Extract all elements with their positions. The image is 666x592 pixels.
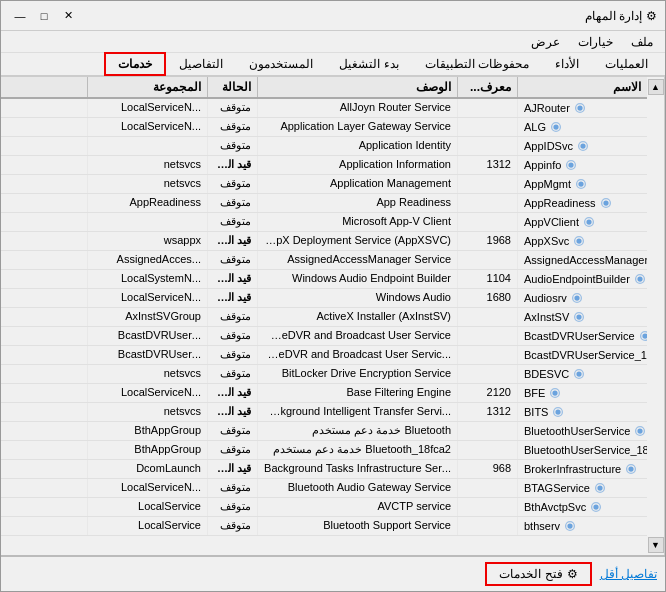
table-row[interactable]: AppIDSvcApplication Identityمتوقف (1, 137, 647, 156)
col-pid[interactable]: معرف... (457, 77, 517, 97)
service-name: AppReadiness (517, 194, 647, 212)
table-row[interactable]: BcastDVRUserServiceGameDVR and Broadcast… (1, 327, 647, 346)
service-group: BthAppGroup (87, 441, 207, 459)
service-status: متوقف (207, 137, 257, 155)
service-status: متوقف (207, 308, 257, 326)
service-status: متوقف (207, 251, 257, 269)
service-status: قيد التشغيل (207, 384, 257, 402)
service-description: AppX Deployment Service (AppXSVC) (257, 232, 457, 250)
tab-users[interactable]: المستخدمون (236, 53, 326, 75)
service-description: Windows Audio (257, 289, 457, 307)
scroll-down-btn[interactable]: ▼ (648, 537, 664, 553)
service-pid (457, 479, 517, 497)
window-icon: ⚙ (646, 9, 657, 23)
table-row[interactable]: AppXSvc1968AppX Deployment Service (AppX… (1, 232, 647, 251)
table-row[interactable]: Audiosrv1680Windows Audioقيد التشغيل...L… (1, 289, 647, 308)
service-description: AllJoyn Router Service (257, 99, 457, 117)
table-row[interactable]: ALGApplication Layer Gateway Serviceمتوق… (1, 118, 647, 137)
open-services-button[interactable]: ⚙ فتح الخدمات (485, 562, 591, 586)
svg-point-12 (586, 219, 591, 224)
service-pid (457, 346, 517, 364)
services-table: الاسم معرف... الوصف الحالة المجموعة AJRo… (1, 77, 647, 555)
minimize-button[interactable]: — (9, 6, 31, 26)
col-group[interactable]: المجموعة (87, 77, 207, 97)
menu-options[interactable]: خيارات (570, 33, 621, 51)
maximize-button[interactable]: □ (33, 6, 55, 26)
table-row[interactable]: AppVClientMicrosoft App-V Clientمتوقف (1, 213, 647, 232)
menu-file[interactable]: ملف (623, 33, 661, 51)
service-group: ...LocalServiceN (87, 384, 207, 402)
table-row[interactable]: AJRouterAllJoyn Router Serviceمتوقف...Lo… (1, 99, 647, 118)
table-row[interactable]: BluetoothUserServiceBluetooth خدمة دعم م… (1, 422, 647, 441)
close-button[interactable]: ✕ (57, 6, 79, 26)
svg-point-44 (567, 523, 572, 528)
table-row[interactable]: AudioEndpointBuilder1104Windows Audio En… (1, 270, 647, 289)
svg-point-32 (556, 409, 561, 414)
col-status[interactable]: الحالة (207, 77, 257, 97)
table-row[interactable]: BTAGServiceBluetooth Audio Gateway Servi… (1, 479, 647, 498)
service-name: AppMgmt (517, 175, 647, 193)
service-group (87, 137, 207, 155)
table-row[interactable]: AxInstSVActiveX Installer (AxInstSV)متوق… (1, 308, 647, 327)
table-row[interactable]: AssignedAccessManagerSvcAssignedAccessMa… (1, 251, 647, 270)
service-group: LocalService (87, 517, 207, 535)
service-status: قيد التشغيل (207, 460, 257, 478)
table-row[interactable]: BluetoothUserService_18fca2Bluetooth_18f… (1, 441, 647, 460)
col-description[interactable]: الوصف (257, 77, 457, 97)
col-name[interactable]: الاسم (517, 77, 647, 97)
svg-point-28 (577, 371, 582, 376)
table-row[interactable]: AppReadinessApp ReadinessمتوقفAppReadine… (1, 194, 647, 213)
svg-point-34 (638, 428, 643, 433)
service-pid (457, 327, 517, 345)
table-row[interactable]: BrokerInfrastructure968...Background Tas… (1, 460, 647, 479)
service-group: ...BcastDVRUser (87, 346, 207, 364)
main-content: ▲ ▼ الاسم معرف... الوصف الحالة المجموعة … (1, 77, 665, 555)
service-name: Audiosrv (517, 289, 647, 307)
details-less-link[interactable]: تفاصيل أقل (600, 567, 657, 581)
service-pid (457, 517, 517, 535)
service-name: BcastDVRUserService_18fca2 (517, 346, 647, 364)
tab-details[interactable]: التفاصيل (166, 53, 236, 75)
table-row[interactable]: BITS1312...Background Intelligent Transf… (1, 403, 647, 422)
svg-point-4 (580, 143, 585, 148)
table-row[interactable]: BcastDVRUserService_18fca2...GameDVR and… (1, 346, 647, 365)
svg-point-42 (594, 504, 599, 509)
table-row[interactable]: bthservBluetooth Support ServiceمتوقفLoc… (1, 517, 647, 536)
tab-performance[interactable]: الأداء (542, 53, 592, 75)
tab-app-history[interactable]: محفوظات التطبيقات (412, 53, 542, 75)
service-name: BluetoothUserService (517, 422, 647, 440)
table-row[interactable]: BDESVCBitLocker Drive Encryption Service… (1, 365, 647, 384)
service-pid (457, 441, 517, 459)
svg-point-6 (569, 162, 574, 167)
scroll-up-btn[interactable]: ▲ (648, 79, 664, 95)
service-pid: 1312 (457, 156, 517, 174)
service-name: AppXSvc (517, 232, 647, 250)
menu-view[interactable]: عرض (523, 33, 568, 51)
service-description: AVCTP service (257, 498, 457, 516)
table-row[interactable]: Appinfo1312Application Informationقيد ال… (1, 156, 647, 175)
tab-processes[interactable]: العمليات (592, 53, 661, 75)
table-row[interactable]: AppMgmtApplication Managementمتوقفnetsvc… (1, 175, 647, 194)
service-status: متوقف (207, 498, 257, 516)
task-manager-window: ⚙ إدارة المهام — □ ✕ ملف خيارات عرض العم… (0, 0, 666, 592)
service-group: ...LocalSystemN (87, 270, 207, 288)
service-pid (457, 365, 517, 383)
service-name: BthAvctpSvc (517, 498, 647, 516)
service-name: BTAGService (517, 479, 647, 497)
service-status: قيد التشغيل (207, 289, 257, 307)
service-name: AssignedAccessManagerSvc (517, 251, 647, 269)
table-row[interactable]: BFE2120Base Filtering Engineقيد التشغيل.… (1, 384, 647, 403)
service-name: Appinfo (517, 156, 647, 174)
table-row[interactable]: BthAvctpSvcAVCTP serviceمتوقفLocalServic… (1, 498, 647, 517)
row-scroll: ▲ ▼ (647, 77, 665, 555)
service-name: AxInstSV (517, 308, 647, 326)
tab-services[interactable]: خدمات (104, 52, 166, 76)
tab-startup[interactable]: بدء التشغيل (326, 53, 411, 75)
service-group: BthAppGroup (87, 422, 207, 440)
service-group: wsappx (87, 232, 207, 250)
svg-point-0 (577, 105, 582, 110)
service-group: ...LocalServiceN (87, 99, 207, 117)
service-name: AppVClient (517, 213, 647, 231)
service-status: متوقف (207, 175, 257, 193)
service-status: قيد التشغيل (207, 270, 257, 288)
